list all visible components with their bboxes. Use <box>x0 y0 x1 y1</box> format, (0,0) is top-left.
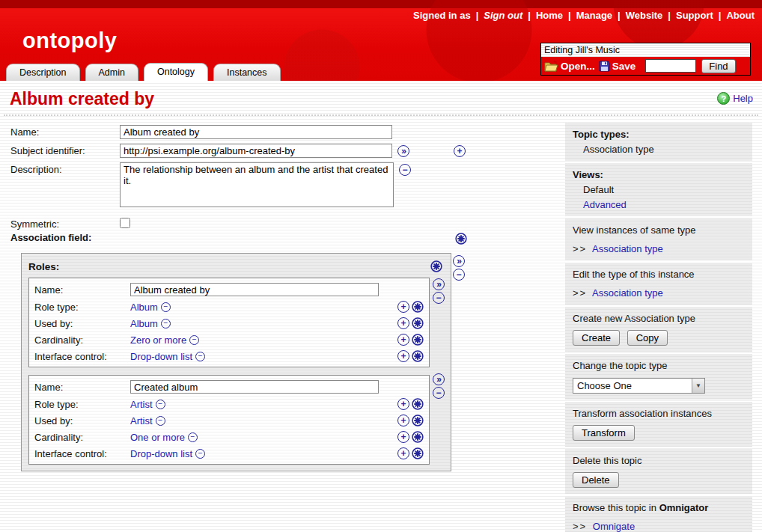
edit-interface-control-icon[interactable] <box>412 447 424 459</box>
edit-role-type-icon[interactable] <box>412 398 424 410</box>
symmetric-checkbox[interactable] <box>120 218 130 228</box>
add-cardinality-icon[interactable]: + <box>397 431 409 443</box>
association-field-row: Association field: <box>10 232 91 243</box>
nav-home[interactable]: Home <box>536 10 563 21</box>
add-used-by-icon[interactable]: + <box>397 415 409 426</box>
used-by-row: Used by: Artist − + <box>34 412 424 429</box>
edit-cardinality-icon[interactable] <box>412 334 424 346</box>
symmetric-label: Symmetric: <box>10 217 120 230</box>
search-input[interactable] <box>645 59 696 73</box>
role-name-input[interactable] <box>130 283 379 296</box>
roles-header: Roles: <box>28 258 444 275</box>
interface-control-label: Interface control: <box>34 351 130 362</box>
edit-role-type-icon[interactable] <box>412 301 424 313</box>
nav-support[interactable]: Support <box>676 10 713 21</box>
nav-website[interactable]: Website <box>626 10 663 21</box>
add-cardinality-icon[interactable]: + <box>397 334 409 346</box>
goto-role-1-icon[interactable]: » <box>433 278 445 290</box>
goto-roles-icon[interactable]: » <box>453 255 465 267</box>
view-instances-link[interactable]: Association type <box>592 243 663 254</box>
description-textarea[interactable]: The relationship between an album and th… <box>120 162 394 207</box>
role-name-input[interactable] <box>130 380 379 394</box>
remove-used-by-icon[interactable]: − <box>156 416 165 426</box>
nav-manage[interactable]: Manage <box>576 10 612 21</box>
view-advanced-link[interactable]: Advanced <box>583 199 627 210</box>
change-type-label: Change the topic type <box>573 360 745 371</box>
save-button[interactable]: Save <box>599 61 636 72</box>
cardinality-link[interactable]: One or more <box>130 432 185 443</box>
role-name-label: Name: <box>34 284 130 296</box>
edit-used-by-icon[interactable] <box>412 415 424 426</box>
role-name-label: Name: <box>34 382 130 393</box>
transform-label: Transform association instances <box>573 408 745 419</box>
open-folder-icon <box>544 61 558 72</box>
cardinality-label: Cardinality: <box>34 432 130 443</box>
interface-control-link[interactable]: Drop-down list <box>130 351 192 362</box>
remove-role-1-icon[interactable]: − <box>433 292 445 304</box>
help-icon: ? <box>717 92 730 105</box>
help-button[interactable]: ? Help <box>717 92 753 105</box>
name-input[interactable] <box>120 125 392 139</box>
create-button[interactable]: Create <box>573 330 620 346</box>
nav-sign-out[interactable]: Sign out <box>484 10 522 21</box>
ontopoly-logo: ontopoly <box>22 28 117 53</box>
edit-type-link[interactable]: Association type <box>592 287 663 299</box>
add-used-by-icon[interactable]: + <box>397 317 409 329</box>
add-role-type-icon[interactable]: + <box>397 301 409 313</box>
topic-type-select[interactable]: Choose One ▼ <box>573 378 705 394</box>
subject-identifier-input[interactable] <box>120 144 392 158</box>
role-type-link[interactable]: Album <box>130 302 158 313</box>
toolbar-actions: Open... Save Find <box>541 57 750 75</box>
add-interface-control-icon[interactable]: + <box>397 447 409 459</box>
subject-identifier-row: Subject identifier: <box>10 144 392 158</box>
copy-button[interactable]: Copy <box>627 330 668 346</box>
association-field-edit-icon[interactable] <box>455 233 467 245</box>
interface-control-label: Interface control: <box>34 448 130 459</box>
view-instances-label: View instances of same type <box>573 224 745 236</box>
used-by-link[interactable]: Album <box>130 318 158 329</box>
tab-instances[interactable]: Instances <box>213 64 281 81</box>
roles-edit-icon[interactable] <box>430 260 442 272</box>
topic-types-section: Topic types: Association type <box>565 123 752 161</box>
remove-role-type-icon[interactable]: − <box>161 302 171 312</box>
role-type-link[interactable]: Artist <box>130 399 153 410</box>
find-button[interactable]: Find <box>701 59 735 73</box>
edit-cardinality-icon[interactable] <box>412 431 424 443</box>
add-role-type-icon[interactable]: + <box>397 398 409 410</box>
delete-button[interactable]: Delete <box>573 472 619 488</box>
goto-subject-identifier-icon[interactable]: » <box>397 145 409 157</box>
remove-interface-control-icon[interactable]: − <box>195 449 205 459</box>
page-title: Album created by <box>10 89 154 109</box>
tab-ontology[interactable]: Ontology <box>144 63 208 81</box>
remove-roles-icon[interactable]: − <box>453 269 465 281</box>
edit-used-by-icon[interactable] <box>412 317 424 329</box>
interface-control-link[interactable]: Drop-down list <box>130 448 192 459</box>
goto-role-2-icon[interactable]: » <box>433 373 445 385</box>
nav-separator: | <box>568 10 571 21</box>
view-default: Default <box>573 184 745 195</box>
cardinality-link[interactable]: Zero or more <box>130 334 186 346</box>
symmetric-row: Symmetric: <box>10 217 130 230</box>
omnigate-link[interactable]: Omnigate <box>593 521 635 532</box>
edit-interface-control-icon[interactable] <box>412 350 424 362</box>
add-interface-control-icon[interactable]: + <box>397 350 409 362</box>
remove-role-type-icon[interactable]: − <box>156 400 165 409</box>
remove-used-by-icon[interactable]: − <box>161 319 171 328</box>
role-type-label: Role type: <box>34 399 130 410</box>
remove-cardinality-icon[interactable]: − <box>189 335 199 345</box>
nav-about[interactable]: About <box>726 10 755 21</box>
browse-label: Browse this topic in <box>573 502 656 513</box>
delete-label: Delete this topic <box>573 455 745 466</box>
remove-description-icon[interactable]: − <box>399 164 411 176</box>
tab-description[interactable]: Description <box>6 64 80 81</box>
used-by-link[interactable]: Artist <box>130 415 153 426</box>
remove-interface-control-icon[interactable]: − <box>195 352 205 361</box>
tab-admin[interactable]: Admin <box>85 64 138 81</box>
role-box-2: Name: Role type: Artist − + Used by: Art… <box>28 375 430 465</box>
transform-button[interactable]: Transform <box>573 425 635 441</box>
remove-cardinality-icon[interactable]: − <box>188 432 198 442</box>
role-box-1: Name: Role type: Album − + Used by: Albu… <box>28 278 430 367</box>
add-subject-identifier-icon[interactable]: + <box>454 145 466 157</box>
remove-role-2-icon[interactable]: − <box>433 387 445 399</box>
open-button[interactable]: Open... <box>544 61 595 72</box>
